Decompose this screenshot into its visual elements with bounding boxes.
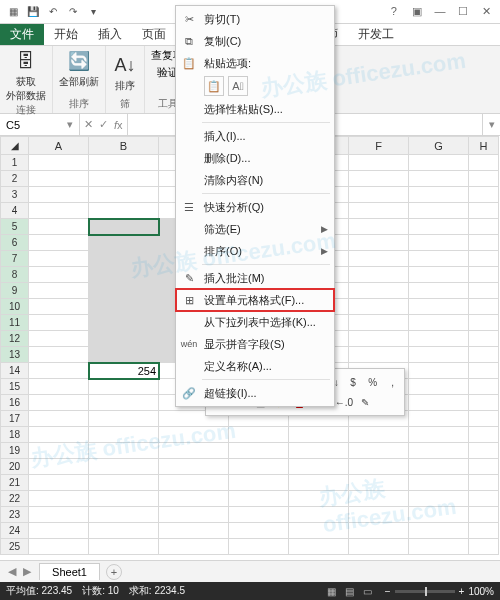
percent-icon[interactable]: %: [364, 373, 381, 391]
comma-icon[interactable]: ,: [384, 373, 401, 391]
ctx-cut[interactable]: ✂剪切(T): [176, 8, 334, 30]
status-avg: 平均值: 223.45: [6, 584, 72, 598]
new-sheet-button[interactable]: +: [106, 564, 122, 580]
ctx-paste-options-label: 📋粘贴选项:: [176, 52, 334, 74]
paste-option-icon[interactable]: 📋: [204, 76, 224, 96]
ctx-define-name[interactable]: 定义名称(A)...: [176, 355, 334, 377]
ctx-clear[interactable]: 清除内容(N): [176, 169, 334, 191]
get-external-data-button[interactable]: 🗄 获取 外部数据: [6, 48, 46, 103]
group-label-sort: 排序: [69, 97, 89, 113]
ctx-copy[interactable]: ⧉复制(C): [176, 30, 334, 52]
cancel-formula-icon[interactable]: ✕: [84, 118, 93, 131]
help-icon[interactable]: ?: [384, 2, 404, 20]
ctx-insert[interactable]: 插入(I)...: [176, 125, 334, 147]
maximize-icon[interactable]: ☐: [453, 3, 473, 21]
table-row: 24: [1, 523, 499, 539]
increase-decimal-icon[interactable]: ←.0: [335, 393, 353, 411]
ctx-hyperlink[interactable]: 🔗超链接(I)...: [176, 382, 334, 404]
table-row: 20: [1, 459, 499, 475]
table-row: 18: [1, 427, 499, 443]
table-row: 19: [1, 443, 499, 459]
table-row: 21: [1, 475, 499, 491]
chevron-right-icon: ▶: [321, 246, 328, 256]
clipboard-icon: 📋: [180, 55, 198, 71]
zoom-in-icon[interactable]: +: [459, 586, 465, 597]
ribbon-opts-icon[interactable]: ▣: [407, 3, 427, 21]
status-count: 计数: 10: [82, 584, 119, 598]
excel-icon: ▦: [4, 3, 22, 21]
status-sum: 求和: 2234.5: [129, 584, 185, 598]
col-header[interactable]: F: [349, 137, 409, 155]
col-header[interactable]: H: [469, 137, 499, 155]
close-icon[interactable]: ✕: [476, 3, 496, 21]
cell-value[interactable]: 254: [89, 363, 159, 379]
ctx-delete[interactable]: 删除(D)...: [176, 147, 334, 169]
view-pagebreak-icon[interactable]: ▭: [360, 586, 375, 597]
table-row: 25: [1, 539, 499, 555]
tab-home[interactable]: 开始: [44, 24, 88, 45]
refresh-all-button[interactable]: 🔄 全部刷新: [59, 48, 99, 89]
table-row: 22: [1, 491, 499, 507]
name-box[interactable]: ▾: [0, 114, 80, 135]
undo-icon[interactable]: ↶: [44, 3, 62, 21]
ctx-sort[interactable]: 排序(O)▶: [176, 240, 334, 262]
context-menu: ✂剪切(T) ⧉复制(C) 📋粘贴选项: 📋 Aͣ 选择性粘贴(S)... 插入…: [175, 5, 335, 407]
refresh-icon: 🔄: [66, 48, 92, 74]
sheet-nav-next-icon[interactable]: ▶: [21, 565, 33, 577]
tab-insert[interactable]: 插入: [88, 24, 132, 45]
tab-developer[interactable]: 开发工: [348, 24, 404, 45]
comment-icon: ✎: [180, 270, 198, 286]
status-bar: 平均值: 223.45 计数: 10 求和: 2234.5 ▦ ▤ ▭ − + …: [0, 582, 500, 600]
ctx-format-cells[interactable]: ⊞设置单元格格式(F)...: [176, 289, 334, 311]
ctx-quick-analysis[interactable]: ☰快速分析(Q): [176, 196, 334, 218]
format-painter-icon[interactable]: ✎: [356, 393, 374, 411]
ctx-pick-from-list[interactable]: 从下拉列表中选择(K)...: [176, 311, 334, 333]
select-all-corner[interactable]: ◢: [1, 137, 29, 155]
ctx-paste-special[interactable]: 选择性粘贴(S)...: [176, 98, 334, 120]
col-header[interactable]: A: [29, 137, 89, 155]
fx-icon[interactable]: fx: [114, 119, 123, 131]
zoom-level[interactable]: 100%: [468, 586, 494, 597]
view-normal-icon[interactable]: ▦: [324, 586, 339, 597]
tab-file[interactable]: 文件: [0, 24, 44, 45]
view-pagelayout-icon[interactable]: ▤: [342, 586, 357, 597]
qat-more-icon[interactable]: ▾: [84, 3, 102, 21]
name-box-input[interactable]: [6, 119, 67, 131]
col-header[interactable]: B: [89, 137, 159, 155]
currency-icon[interactable]: $: [345, 373, 362, 391]
sheet-nav-prev-icon[interactable]: ◀: [6, 565, 18, 577]
hyperlink-icon: 🔗: [180, 385, 198, 401]
sort-icon: A↓: [112, 52, 138, 78]
save-icon[interactable]: 💾: [24, 3, 42, 21]
tab-pagelayout[interactable]: 页面: [132, 24, 176, 45]
table-row: 23: [1, 507, 499, 523]
minimize-icon[interactable]: —: [430, 2, 450, 20]
zoom-slider[interactable]: − + 100%: [385, 586, 494, 597]
format-cells-icon: ⊞: [180, 292, 198, 308]
col-header[interactable]: G: [409, 137, 469, 155]
chevron-right-icon: ▶: [321, 224, 328, 234]
copy-icon: ⧉: [180, 33, 198, 49]
enter-formula-icon[interactable]: ✓: [99, 118, 108, 131]
redo-icon[interactable]: ↷: [64, 3, 82, 21]
ctx-phonetic[interactable]: wén显示拼音字段(S): [176, 333, 334, 355]
external-data-icon: 🗄: [13, 48, 39, 74]
sheet-tab[interactable]: Sheet1: [39, 563, 100, 580]
phonetic-icon: wén: [180, 336, 198, 352]
ctx-insert-comment[interactable]: ✎插入批注(M): [176, 267, 334, 289]
sort-button[interactable]: A↓ 排序: [112, 52, 138, 93]
scissors-icon: ✂: [180, 11, 198, 27]
formula-expand-icon[interactable]: ▾: [482, 114, 500, 135]
group-label-filter: 筛: [120, 97, 130, 113]
quick-analysis-icon: ☰: [180, 199, 198, 215]
ctx-filter[interactable]: 筛选(E)▶: [176, 218, 334, 240]
zoom-out-icon[interactable]: −: [385, 586, 391, 597]
paste-option-icon[interactable]: Aͣ: [228, 76, 248, 96]
